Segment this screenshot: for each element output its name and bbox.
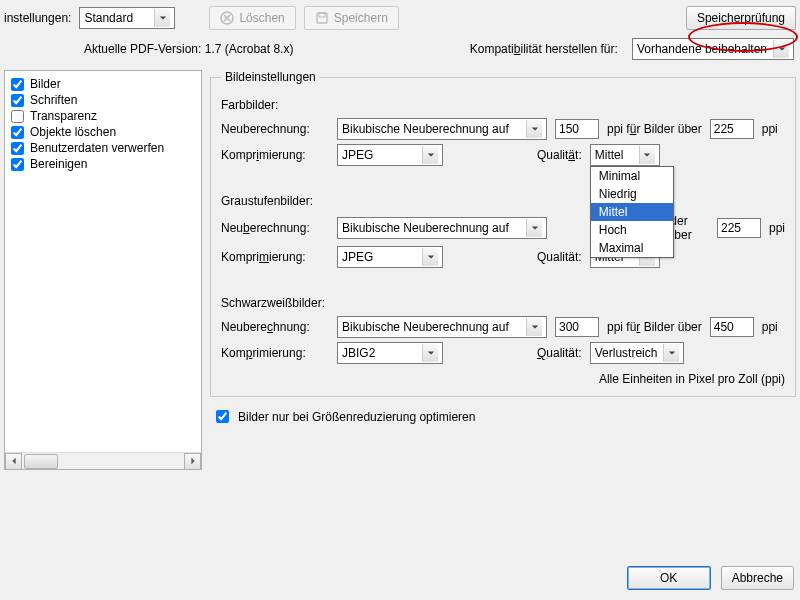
cancel-button[interactable]: Abbreche <box>721 566 794 590</box>
color-recalc-combo[interactable]: Bikubische Neuberechnung auf <box>337 118 547 140</box>
sidebar-item[interactable]: Transparenz <box>11 109 195 123</box>
scroll-right-icon[interactable] <box>184 453 201 470</box>
color-compress-label: Komprimierung: <box>221 148 329 162</box>
quality-dropdown-list[interactable]: MinimalNiedrigMittelHochMaximal <box>590 166 674 258</box>
mono-recalc-ppi-input[interactable] <box>555 317 599 337</box>
chevron-down-icon <box>526 318 542 336</box>
dropdown-option[interactable]: Mittel <box>591 203 673 221</box>
chevron-down-icon <box>422 248 438 266</box>
chevron-down-icon <box>639 146 655 164</box>
sidebar-item[interactable]: Bereinigen <box>11 157 195 171</box>
delete-icon <box>220 11 234 25</box>
gray-recalc-combo[interactable]: Bikubische Neuberechnung auf <box>337 217 547 239</box>
color-quality-label: Qualität: <box>537 148 582 162</box>
chevron-down-icon <box>526 219 542 237</box>
sidebar-item-label: Benutzerdaten verwerfen <box>30 141 164 155</box>
color-over-label: ppi für Bilder über <box>607 122 702 136</box>
mono-over-ppi-input[interactable] <box>710 317 754 337</box>
gray-quality-label: Qualität: <box>537 250 582 264</box>
dropdown-option[interactable]: Niedrig <box>591 185 673 203</box>
gray-compress-label: Komprimierung: <box>221 250 329 264</box>
sidebar-item[interactable]: Objekte löschen <box>11 125 195 139</box>
gray-images-heading: Graustufenbilder: <box>221 194 785 208</box>
sidebar-checkbox[interactable] <box>11 94 24 107</box>
chevron-down-icon <box>526 120 542 138</box>
dialog-footer: OK Abbreche <box>627 566 794 590</box>
dropdown-option[interactable]: Minimal <box>591 167 673 185</box>
scroll-thumb[interactable] <box>24 454 58 469</box>
image-settings-group: Bildeinstellungen Farbbilder: Neuberechn… <box>210 70 796 397</box>
compat-combo[interactable]: Vorhandene beibehalten <box>632 38 794 60</box>
settings-label: instellungen: <box>4 11 71 25</box>
dropdown-option[interactable]: Hoch <box>591 221 673 239</box>
mono-compress-combo[interactable]: JBIG2 <box>337 342 443 364</box>
sidebar-checkbox[interactable] <box>11 142 24 155</box>
settings-combo[interactable]: Standard <box>79 7 175 29</box>
save-button: Speichern <box>304 6 399 30</box>
sidebar-checkbox[interactable] <box>11 78 24 91</box>
image-settings-title: Bildeinstellungen <box>221 70 320 84</box>
sidebar-item-label: Transparenz <box>30 109 97 123</box>
horizontal-scrollbar[interactable] <box>5 452 201 469</box>
scroll-left-icon[interactable] <box>5 453 22 470</box>
optimize-downscale-label: Bilder nur bei Größenreduzierung optimie… <box>238 410 475 424</box>
pdf-version-label: Aktuelle PDF-Version: 1.7 (Acrobat 8.x) <box>84 42 293 56</box>
sidebar-checkbox[interactable] <box>11 126 24 139</box>
sidebar-item-label: Objekte löschen <box>30 125 116 139</box>
mono-over-label: ppi für Bilder über <box>607 320 702 334</box>
sidebar-item[interactable]: Schriften <box>11 93 195 107</box>
color-quality-combo[interactable]: Mittel <box>590 144 660 166</box>
optimize-downscale-checkbox[interactable] <box>216 410 229 423</box>
mono-quality-combo[interactable]: Verlustreich <box>590 342 685 364</box>
storage-check-button[interactable]: Speicherprüfung <box>686 6 796 30</box>
sidebar-item[interactable]: Benutzerdaten verwerfen <box>11 141 195 155</box>
top-toolbar: instellungen: Standard Löschen Speichern… <box>0 0 800 36</box>
gray-recalc-label: Neuberechnung: <box>221 221 329 235</box>
chevron-down-icon <box>773 40 789 58</box>
sidebar-checkbox[interactable] <box>11 158 24 171</box>
gray-compress-combo[interactable]: JPEG <box>337 246 443 268</box>
delete-button: Löschen <box>209 6 295 30</box>
color-recalc-ppi-input[interactable] <box>555 119 599 139</box>
gray-over-label: lder über <box>668 214 709 242</box>
mono-images-heading: Schwarzweißbilder: <box>221 296 785 310</box>
sidebar-item-label: Schriften <box>30 93 77 107</box>
mono-compress-label: Komprimierung: <box>221 346 329 360</box>
units-note: Alle Einheiten in Pixel pro Zoll (ppi) <box>221 372 785 386</box>
chevron-down-icon <box>422 146 438 164</box>
color-images-heading: Farbbilder: <box>221 98 785 112</box>
chevron-down-icon <box>422 344 438 362</box>
color-compress-combo[interactable]: JPEG <box>337 144 443 166</box>
sidebar-item[interactable]: Bilder <box>11 77 195 91</box>
ok-button[interactable]: OK <box>627 566 711 590</box>
gray-over-ppi-input[interactable] <box>717 218 761 238</box>
sidebar-checkbox[interactable] <box>11 110 24 123</box>
mono-quality-label: Qualität: <box>537 346 582 360</box>
sidebar-item-label: Bilder <box>30 77 61 91</box>
subheader: Aktuelle PDF-Version: 1.7 (Acrobat 8.x) … <box>0 36 800 70</box>
color-over-ppi-input[interactable] <box>710 119 754 139</box>
mono-recalc-combo[interactable]: Bikubische Neuberechnung auf <box>337 316 547 338</box>
chevron-down-icon <box>154 9 170 27</box>
mono-recalc-label: Neuberechnung: <box>221 320 329 334</box>
save-icon <box>315 11 329 25</box>
dropdown-option[interactable]: Maximal <box>591 239 673 257</box>
compat-label: Kompatibilität herstellen für: <box>470 42 618 56</box>
chevron-down-icon <box>663 344 679 362</box>
category-sidebar: BilderSchriftenTransparenzObjekte lösche… <box>4 70 202 470</box>
color-recalc-label: Neuberechnung: <box>221 122 329 136</box>
sidebar-item-label: Bereinigen <box>30 157 87 171</box>
